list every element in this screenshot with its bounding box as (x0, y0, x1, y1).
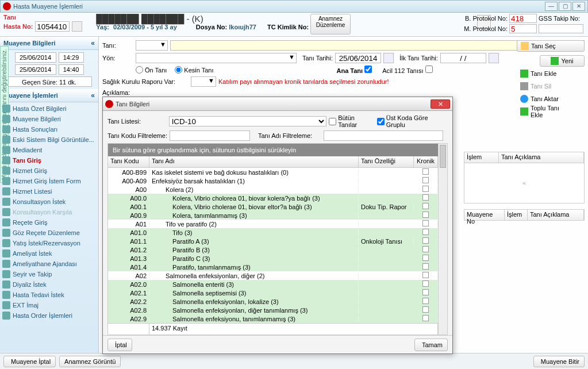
grid-row[interactable]: A02Salmonella enfeksiyonları, diğer (2) (108, 271, 438, 280)
grid-row[interactable]: A02.2Salmonella enfeksiyonları, lokalize… (108, 297, 438, 306)
menu-icon (2, 105, 10, 113)
sidebar-item[interactable]: Reçete Giriş (0, 217, 98, 228)
sidebar-item[interactable]: Mediadent (0, 145, 98, 155)
grid-row[interactable]: A01.4Paratifo, tanımlanmamış (3) (108, 263, 438, 271)
sidebar-item[interactable]: Konsultasyon İstek (0, 197, 98, 207)
menu-icon (2, 312, 10, 320)
grid-row[interactable]: A02.1Salmonella septisemisi (3) (108, 289, 438, 297)
sidebar-item[interactable]: Seyir ve Takip (0, 269, 98, 279)
tan-tarih-input[interactable] (335, 53, 381, 63)
sidebar-item[interactable]: Hasta Özet Bilgileri (0, 103, 98, 114)
grid-row[interactable]: A00-A09Enfeksiyöz barsak hastalıkları (1… (108, 176, 438, 185)
sidebar-item[interactable]: Göz Reçete Düzenleme (0, 228, 98, 238)
kesin-tani-radio[interactable]: Kesin Tanı (175, 66, 213, 74)
calendar-icon[interactable] (383, 53, 394, 63)
list-body-1: « (464, 163, 585, 203)
toplu-tani-ekle-button[interactable]: Toplu TanıEkle (517, 106, 585, 117)
muayene-bitir-button[interactable]: Muayene Bitir (533, 356, 585, 367)
sidebar-item[interactable]: Muayene Bilgileri (0, 114, 98, 124)
time2-input[interactable] (59, 64, 84, 75)
grid-row[interactable]: A00.9Kolera, tanımlanmamış (3) (108, 211, 438, 220)
date1-input[interactable] (15, 52, 56, 63)
grid-row[interactable]: A00.0Kolera, Vibrio cholorea 01, biovar … (108, 194, 438, 202)
ana-tani-label: Ana Tanı (337, 67, 363, 74)
gss-takip-input[interactable] (539, 24, 583, 33)
sidebar-item[interactable]: Hizmet Giriş İstem Form (0, 176, 98, 186)
hasta-no-label: Hasta No: (3, 23, 33, 30)
sidebar-section-bilgiler[interactable]: Muayene Bilgileri« (0, 37, 98, 50)
sidebar-item[interactable]: Tanı Giriş (0, 155, 98, 166)
grid-row[interactable]: A01.2Paratifo B (3) (108, 245, 438, 254)
ilk-tan-input[interactable] (440, 53, 486, 63)
ana-tani-checkbox[interactable] (364, 66, 372, 73)
muayene-iptal-button[interactable]: Muayene İptal (3, 356, 56, 367)
skr-select[interactable]: ▼ (191, 76, 216, 87)
sidebar-item[interactable]: Ameliyathane Ajandası (0, 259, 98, 269)
gss-takip-label: GSS Takip No: (539, 15, 585, 22)
anamnez-goruntu-button[interactable]: Anamnez Görüntü (59, 356, 121, 367)
sidebar-item[interactable]: Hasta Tedavi İstek (0, 290, 98, 300)
date2-input[interactable] (15, 64, 56, 75)
grid-row[interactable]: A00-B99Kas iskelet sistemi ve bağ dokusu… (108, 168, 438, 176)
sidebar-item[interactable]: Hizmet Listesi (0, 186, 98, 197)
grid-row[interactable]: A01Tifo ve paratifo (2) (108, 220, 438, 228)
tani-sec-button[interactable]: Tanı Seç (517, 40, 585, 52)
modal-close-button[interactable]: ✕ (431, 99, 450, 109)
modal-icon (105, 100, 113, 108)
ust-kod-checkbox[interactable]: Üst Koda Göre Gruplu (377, 114, 448, 128)
grid-row[interactable]: A01.1Paratifo A (3)Onkoloji Tanısı (108, 237, 438, 245)
tani-bilgileri-modal: Tanı Bilgileri ✕ Tanı Listesi: ICD-10 Bü… (102, 97, 453, 354)
tani-select[interactable]: ▼ (136, 40, 168, 51)
menu-icon (2, 177, 10, 185)
grid-scrollbar[interactable] (438, 144, 447, 335)
sidebar-item[interactable]: Hizmet Giriş (0, 166, 98, 176)
grid-row[interactable]: A01.3Paratifo C (3) (108, 254, 438, 263)
group-hint: Bir sütuna göre gruplandırmak için, sütu… (108, 144, 438, 156)
tani-ekle-button[interactable]: Tanı Ekle (517, 68, 585, 79)
menu-icon (2, 249, 10, 257)
calendar-icon-2[interactable] (489, 53, 499, 63)
grid-header: Tanı Kodu Tanı Adı Tanı Özelliği Kronik (108, 156, 438, 168)
modal-title: Tanı Bilgileri (116, 101, 149, 107)
hasta-no-input[interactable] (35, 21, 70, 32)
grid-row[interactable]: A01.0Tifo (3) (108, 228, 438, 237)
kodu-filtre-input[interactable] (170, 130, 250, 141)
grid-row[interactable]: A02.9Salmonella enfeksiyonu, tanımlanmam… (108, 314, 438, 323)
ad-filtre-input[interactable] (324, 130, 443, 141)
aciklama-label: Açıklama: (102, 89, 133, 96)
grid-row[interactable]: A00.1Kolera, Vibrio cholerae 01, biovar … (108, 202, 438, 211)
maximize-button[interactable]: ▢ (559, 2, 571, 11)
anamnez-button[interactable]: Anamnez Düzenleme (310, 14, 351, 34)
sidebar-section-islemler[interactable]: Muayene İşlemleri« (0, 89, 98, 102)
grid-row[interactable]: A02.8Salmonella enfeksiyonları, diğer ta… (108, 306, 438, 314)
menu-icon (2, 291, 10, 299)
sidebar-item[interactable]: Diyaliz İstek (0, 279, 98, 290)
tani-aktar-button[interactable]: Tanı Aktar (517, 93, 585, 105)
m-protokol-input[interactable] (509, 24, 537, 33)
grid-row[interactable]: A02.0Salmonella enteriti (3) (108, 280, 438, 289)
time1-input[interactable] (59, 52, 84, 63)
tani-listesi-select[interactable]: ICD-10 (169, 116, 326, 126)
sidebar-item[interactable]: EXT İmaj (0, 300, 98, 310)
sidebar-item[interactable]: Hasta Order İşlemleri (0, 310, 98, 321)
modal-iptal-button[interactable]: İptal (107, 339, 132, 351)
sidebar-item[interactable]: Eski Sistem Bilgi Görüntüle... (0, 134, 98, 145)
yeni-button[interactable]: Yeni (540, 55, 585, 67)
yon-select[interactable]: ▼ (136, 53, 297, 63)
tani-sil-button[interactable]: Tanı Sil (517, 80, 585, 92)
on-tani-radio[interactable]: Ön Tanı (136, 66, 167, 74)
menu-icon (2, 229, 10, 237)
modal-tamam-button[interactable]: Tamam (414, 339, 448, 351)
butun-tanilar-checkbox[interactable]: Bütün Tanılar (329, 114, 375, 128)
sidebar-item[interactable]: Yatış İstek/Rezervasyon (0, 238, 98, 248)
sidebar-item[interactable]: Ameliyat İstek (0, 248, 98, 259)
minimize-button[interactable]: — (545, 2, 558, 11)
sidebar-item[interactable]: Hasta Sonuçları (0, 124, 98, 134)
grid-row[interactable]: A00Kolera (2) (108, 185, 438, 194)
close-button[interactable]: ✕ (572, 2, 585, 11)
sidebar-item[interactable]: Konsultasyon Karşıla (0, 207, 98, 217)
b-protokol-input[interactable] (509, 14, 537, 23)
dosya-no-value: lkoıujh77 (229, 24, 256, 30)
acil-checkbox[interactable] (425, 66, 433, 73)
hasta-lookup-button[interactable] (72, 21, 82, 32)
